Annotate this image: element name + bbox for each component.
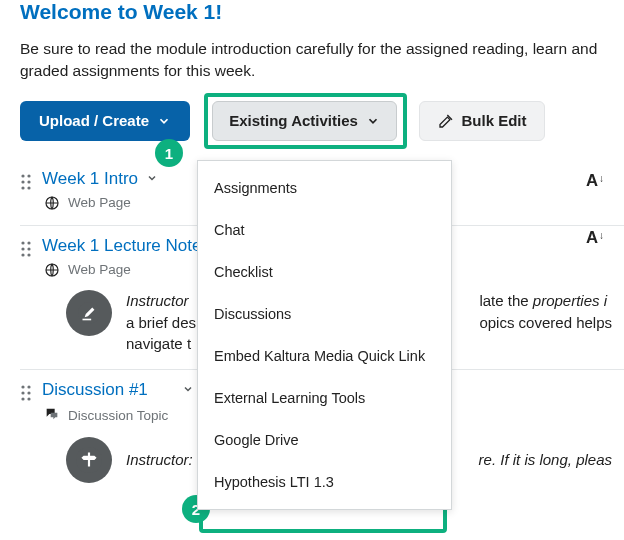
svg-point-20 xyxy=(27,386,30,389)
svg-text:A: A xyxy=(586,228,598,247)
menu-item-assignments[interactable]: Assignments xyxy=(198,167,451,209)
bulk-edit-label: Bulk Edit xyxy=(462,112,527,129)
globe-icon xyxy=(44,262,60,278)
drag-handle-icon[interactable] xyxy=(20,240,32,261)
svg-point-5 xyxy=(27,186,30,189)
globe-icon xyxy=(44,195,60,211)
page-title: Welcome to Week 1! xyxy=(20,0,624,24)
chevron-down-icon[interactable] xyxy=(182,380,194,400)
svg-text:A: A xyxy=(586,171,598,190)
menu-item-kaltura[interactable]: Embed Kaltura Media Quick Link xyxy=(198,335,451,377)
desc-fragment: late the xyxy=(479,292,532,309)
topic-type-label: Web Page xyxy=(68,195,131,210)
intro-text: Be sure to read the module introduction … xyxy=(20,38,624,83)
svg-point-24 xyxy=(27,398,30,401)
svg-point-14 xyxy=(27,253,30,256)
menu-item-discussions[interactable]: Discussions xyxy=(198,293,451,335)
chevron-down-icon[interactable] xyxy=(146,169,158,189)
drag-handle-icon[interactable] xyxy=(20,384,32,405)
svg-text:↓: ↓ xyxy=(599,230,604,241)
svg-point-22 xyxy=(27,392,30,395)
font-size-icon[interactable]: A↓ xyxy=(586,169,612,194)
svg-point-13 xyxy=(21,253,24,256)
svg-point-9 xyxy=(21,241,24,244)
signpost-icon xyxy=(66,437,112,483)
menu-item-checklist[interactable]: Checklist xyxy=(198,251,451,293)
svg-point-1 xyxy=(27,174,30,177)
topic-title-text: Discussion #1 xyxy=(42,380,148,400)
svg-point-10 xyxy=(27,241,30,244)
upload-create-button[interactable]: Upload / Create xyxy=(20,101,190,141)
desc-fragment: Instructor: xyxy=(126,451,193,468)
svg-point-0 xyxy=(21,174,24,177)
topic-title-text: Week 1 Lecture Note xyxy=(42,236,201,256)
edit-circle-icon xyxy=(66,290,112,336)
desc-fragment: a brief des xyxy=(126,314,196,331)
drag-handle-icon[interactable] xyxy=(20,173,32,194)
menu-item-external-tools[interactable]: External Learning Tools xyxy=(198,377,451,419)
svg-point-3 xyxy=(27,180,30,183)
pencil-icon xyxy=(438,113,454,129)
desc-fragment: re. If it is long, pleas xyxy=(479,451,612,468)
callout-badge-1: 1 xyxy=(155,139,183,167)
toolbar: Upload / Create Existing Activities Bulk… xyxy=(20,101,624,141)
svg-point-21 xyxy=(21,392,24,395)
desc-fragment: opics covered helps xyxy=(479,314,612,331)
topic-type-label: Web Page xyxy=(68,262,131,277)
desc-fragment: Instructor xyxy=(126,292,189,309)
svg-point-4 xyxy=(21,186,24,189)
svg-point-2 xyxy=(21,180,24,183)
existing-activities-label: Existing Activities xyxy=(229,112,358,129)
svg-point-12 xyxy=(27,247,30,250)
discussion-icon xyxy=(44,406,60,425)
menu-item-google-drive[interactable]: Google Drive xyxy=(198,419,451,461)
svg-text:↓: ↓ xyxy=(599,173,604,184)
topic-type-label: Discussion Topic xyxy=(68,408,168,423)
svg-point-23 xyxy=(21,398,24,401)
menu-item-hypothesis[interactable]: Hypothesis LTI 1.3 xyxy=(198,461,451,503)
upload-create-label: Upload / Create xyxy=(39,112,149,129)
chevron-down-icon xyxy=(157,114,171,128)
topic-title-text: Week 1 Intro xyxy=(42,169,138,189)
font-size-icon[interactable]: A↓ xyxy=(586,226,612,251)
bulk-edit-button[interactable]: Bulk Edit xyxy=(419,101,545,141)
svg-point-19 xyxy=(21,386,24,389)
menu-item-chat[interactable]: Chat xyxy=(198,209,451,251)
existing-activities-button[interactable]: Existing Activities xyxy=(212,101,397,141)
existing-activities-menu: Assignments Chat Checklist Discussions E… xyxy=(197,160,452,510)
desc-fragment: properties i xyxy=(533,292,607,309)
chevron-down-icon xyxy=(366,114,380,128)
svg-point-11 xyxy=(21,247,24,250)
desc-fragment: navigate t xyxy=(126,335,191,352)
